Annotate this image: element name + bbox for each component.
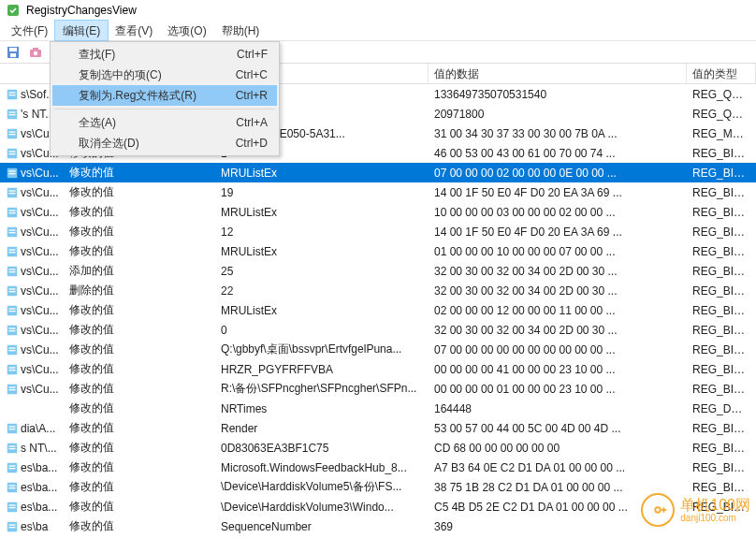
svg-rect-62 (9, 448, 16, 449)
menu-options[interactable]: 选项(O) (160, 21, 213, 40)
menu-file[interactable]: 文件(F) (4, 21, 55, 40)
cell-change: 修改的值 (64, 361, 215, 377)
cell-data: 14 00 1F 50 E0 4F D0 20 EA 3A 69 ... (429, 225, 687, 239)
cell-path: s NT\... (0, 442, 64, 455)
menu-copy-as-reg[interactable]: 复制为.Reg文件格式(R) Ctrl+R (52, 85, 277, 106)
cell-data: 133649735070531540 (429, 88, 687, 101)
cell-name: \Device\HarddiskVolume5\备份\FS... (215, 479, 429, 495)
cell-path: vs\Cu... (0, 186, 64, 199)
header-data[interactable]: 值的数据 (429, 64, 687, 83)
table-row[interactable]: es\ba...修改的值Microsoft.WindowsFeedbackHub… (0, 458, 756, 477)
cell-name: 22 (215, 284, 429, 298)
menu-copy-selected[interactable]: 复制选中的项(C) Ctrl+C (52, 65, 277, 85)
table-row[interactable]: vs\Cu...添加的值2532 00 30 00 32 00 34 00 2D… (0, 261, 756, 281)
cell-type: REG_BINARY (687, 481, 756, 494)
cell-data: 53 00 57 00 44 00 5C 00 4D 00 4D ... (429, 422, 687, 435)
app-icon (6, 3, 21, 18)
cell-path: es\ba... (0, 501, 64, 514)
table-row[interactable]: vs\Cu...删除的值2232 00 30 00 32 00 34 00 2D… (0, 281, 756, 300)
cell-data: 46 00 53 00 43 00 61 00 70 00 74 ... (429, 147, 687, 160)
svg-rect-31 (9, 229, 16, 230)
table-row[interactable]: vs\Cu...修改的值R:\备份\SFPncgher\SFPncgher\SF… (0, 379, 756, 399)
cell-type: REG_BINARY (687, 245, 756, 258)
cell-path: vs\Cu... (0, 225, 64, 239)
svg-rect-50 (9, 350, 16, 351)
cell-path: vs\Cu... (0, 167, 64, 180)
cell-change: 修改的值 (64, 440, 215, 456)
cell-data: 07 00 00 00 00 00 00 00 00 00 00 ... (429, 343, 687, 356)
cell-data: A7 B3 64 0E C2 D1 DA 01 00 00 00 ... (429, 461, 687, 474)
svg-rect-34 (9, 249, 16, 250)
menu-edit[interactable]: 编辑(E) (55, 21, 108, 40)
cell-data: 164448 (429, 402, 687, 415)
cell-path: vs\Cu... (0, 304, 64, 317)
cell-name: Microsoft.WindowsFeedbackHub_8... (215, 461, 429, 474)
cell-path: vs\Cu... (0, 284, 64, 298)
svg-rect-35 (9, 252, 16, 253)
cell-path: es\ba... (0, 481, 64, 494)
svg-rect-65 (9, 468, 16, 469)
cell-change: 添加的值 (64, 263, 215, 279)
table-row[interactable]: vs\Cu...修改的值Q:\gbbyf\桌面\bssvpr\ErtvfgelP… (0, 340, 756, 359)
cell-change: 修改的值 (64, 518, 215, 534)
cell-path: vs\Cu... (0, 324, 64, 337)
table-row[interactable]: vs\Cu...修改的值MRUListEx10 00 00 00 03 00 0… (0, 202, 756, 222)
cell-name: 12 (215, 225, 429, 239)
menu-help[interactable]: 帮助(H) (214, 21, 268, 40)
svg-rect-68 (9, 487, 16, 488)
svg-rect-56 (9, 389, 16, 390)
table-row[interactable]: vs\Cu...修改的值032 00 30 00 32 00 34 00 2D … (0, 320, 756, 340)
cell-change: 修改的值 (64, 243, 215, 259)
svg-rect-47 (9, 330, 16, 331)
table-row[interactable]: vs\Cu...修改的值MRUListEx02 00 00 00 12 00 0… (0, 300, 756, 320)
svg-point-75 (656, 507, 662, 513)
svg-rect-22 (9, 170, 16, 171)
cell-type: REG_BINARY (687, 304, 756, 317)
svg-rect-13 (9, 111, 16, 112)
snapshot-icon[interactable] (26, 43, 45, 62)
cell-name: Render (215, 422, 429, 435)
menu-select-all[interactable]: 全选(A) Ctrl+A (52, 112, 277, 133)
cell-name: 25 (215, 265, 429, 278)
cell-data: 14 00 1F 50 E0 4F D0 20 EA 3A 69 ... (429, 186, 687, 199)
menu-deselect-all[interactable]: 取消全选(D) Ctrl+D (52, 133, 277, 153)
svg-rect-28 (9, 210, 16, 211)
cell-name: HRZR_PGYFRFFVBA (215, 363, 429, 376)
cell-type: REG_QWORD (687, 88, 756, 101)
cell-data: 00 00 00 00 41 00 00 00 23 10 00 ... (429, 363, 687, 376)
cell-path: vs\Cu... (0, 363, 64, 376)
cell-type: REG_BINARY (687, 442, 756, 455)
svg-rect-64 (9, 465, 16, 466)
table-row[interactable]: vs\Cu...修改的值1914 00 1F 50 E0 4F D0 20 EA… (0, 182, 756, 202)
svg-rect-41 (9, 291, 16, 292)
cell-name: 0 (215, 324, 429, 337)
cell-name: MRUListEx (215, 206, 429, 219)
cell-change: 修改的值 (64, 420, 215, 436)
save-icon[interactable] (4, 43, 22, 62)
svg-rect-17 (9, 134, 16, 135)
header-type[interactable]: 值的类型 (687, 64, 756, 83)
table-row[interactable]: 修改的值NRTimes164448REG_DWORD (0, 399, 756, 418)
menu-find[interactable]: 查找(F) Ctrl+F (52, 44, 277, 65)
svg-rect-53 (9, 370, 16, 371)
menu-view[interactable]: 查看(V) (108, 21, 160, 40)
table-row[interactable]: vs\Cu...修改的值1214 00 1F 50 E0 4F D0 20 EA… (0, 222, 756, 241)
svg-rect-3 (10, 53, 16, 57)
cell-type: REG_BINARY (687, 265, 756, 278)
svg-rect-10 (9, 92, 16, 93)
cell-data: 02 00 00 00 12 00 00 00 11 00 00 ... (429, 304, 687, 317)
cell-type: REG_BINARY (687, 284, 756, 298)
table-row[interactable]: dia\A...修改的值Render53 00 57 00 44 00 5C 0… (0, 418, 756, 438)
table-row[interactable]: vs\Cu...修改的值MRUListEx01 00 00 00 10 00 0… (0, 241, 756, 261)
cell-change: 修改的值 (64, 479, 215, 495)
table-row[interactable]: vs\Cu...修改的值HRZR_PGYFRFFVBA00 00 00 00 4… (0, 359, 756, 379)
cell-type: REG_BINARY (687, 186, 756, 199)
svg-rect-32 (9, 232, 16, 233)
cell-type: REG_BINARY (687, 422, 756, 435)
cell-type: REG_BINARY (687, 343, 756, 356)
table-row[interactable]: vs\Cu...修改的值MRUListEx07 00 00 00 02 00 0… (0, 163, 756, 182)
cell-type: REG_BINARY (687, 461, 756, 474)
edit-dropdown: 查找(F) Ctrl+F 复制选中的项(C) Ctrl+C 复制为.Reg文件格… (50, 41, 280, 156)
table-row[interactable]: s NT\...修改的值0D83063EA3BF1C75CD 68 00 00 … (0, 438, 756, 458)
cell-name: NRTimes (215, 402, 429, 415)
